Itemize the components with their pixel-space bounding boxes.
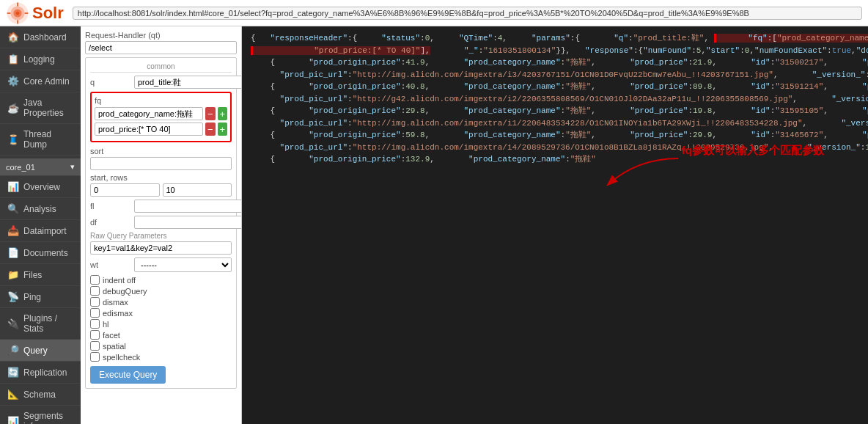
fq-delete-btn-2[interactable]: −	[205, 123, 216, 136]
sidebar-label-thread-dump: Thread Dump	[23, 129, 73, 150]
debugquery-row: debugQuery	[90, 286, 232, 296]
rows-input[interactable]	[163, 183, 232, 197]
json-line: "_version_":1608568796483158024},	[783, 70, 868, 79]
wt-select[interactable]: ------ json xml csv php	[134, 257, 232, 272]
q-row: q	[90, 76, 232, 89]
sidebar-label-query: Query	[23, 346, 48, 356]
fq-add-btn-1[interactable]: +	[218, 107, 228, 120]
edismax-checkbox[interactable]	[90, 308, 100, 318]
json-line: {	[251, 131, 275, 139]
query-panel: Request-Handler (qt) common q fq − + − +	[81, 26, 242, 424]
json-line: {	[251, 82, 275, 91]
ping-icon: 📡	[7, 291, 19, 302]
dismax-row: dismax	[90, 297, 232, 307]
json-line: "params":{	[512, 34, 580, 43]
indent-label: indent off	[103, 276, 136, 285]
json-line: "_":"1610351800134"}},	[435, 46, 570, 55]
df-input[interactable]	[134, 216, 242, 229]
sidebar-item-schema[interactable]: 📐 Schema	[0, 384, 81, 406]
sidebar-label-schema: Schema	[23, 390, 56, 400]
fl-input[interactable]	[134, 200, 242, 213]
q-input[interactable]	[134, 76, 242, 89]
sidebar-item-overview[interactable]: 📊 Overview	[0, 176, 81, 198]
sort-input[interactable]	[90, 157, 232, 170]
sidebar-item-ping[interactable]: 📡 Ping	[0, 286, 81, 308]
core-admin-icon: ⚙️	[7, 76, 19, 87]
sidebar-item-query[interactable]: 🔎 Query	[0, 340, 81, 362]
json-line: "prod_title":"【强烈推荐】新织围拖鞋女冬室内ins割可爱棉毛绒绒拖…	[833, 131, 868, 139]
sidebar-label-replication: Replication	[23, 368, 67, 378]
sidebar-item-java-properties[interactable]: ☕ Java Properties	[0, 92, 81, 124]
chevron-down-icon: ▾	[70, 162, 75, 172]
json-line: "id":"31500217",	[722, 58, 828, 67]
request-handler-input[interactable]	[85, 41, 237, 54]
topbar: Solr http://localhost:8081/solr/index.ht…	[0, 0, 868, 26]
debugquery-checkbox[interactable]	[90, 286, 100, 296]
plugins-icon: 🔌	[7, 318, 19, 329]
documents-icon: 📄	[7, 247, 19, 258]
edismax-row: edismax	[90, 308, 232, 318]
spellcheck-checkbox[interactable]	[90, 352, 100, 362]
common-section-label: common	[90, 62, 232, 73]
sidebar-item-replication[interactable]: 🔄 Replication	[0, 362, 81, 384]
sidebar-label-dataimport: Dataimport	[23, 226, 67, 236]
sidebar-item-files[interactable]: 📁 Files	[0, 264, 81, 286]
fq-input-2[interactable]	[95, 123, 203, 136]
facet-row: facet	[90, 330, 232, 340]
sidebar-label-logging: Logging	[23, 54, 55, 65]
fq-delete-btn-1[interactable]: −	[205, 107, 216, 120]
sidebar-label-ping: Ping	[23, 292, 41, 302]
json-fq-highlight-2: "prod_price:[* TO 40]"],	[251, 46, 430, 55]
fq-add-btn-2[interactable]: +	[218, 123, 228, 136]
json-line: "prod_category_name":"拖鞋",	[435, 131, 596, 139]
start-input[interactable]	[90, 183, 160, 197]
indent-checkbox[interactable]	[90, 275, 100, 285]
json-line: {	[251, 58, 275, 67]
facet-checkbox[interactable]	[90, 330, 100, 340]
core-selector[interactable]: core_01 ▾	[0, 158, 81, 176]
json-line: "prod_pic_url":"http://g42.alicdn.com/im…	[251, 95, 798, 103]
sidebar-label-java-properties: Java Properties	[23, 98, 73, 118]
sidebar-item-thread-dump[interactable]: 🧵 Thread Dump	[0, 124, 81, 156]
indent-row: indent off	[90, 275, 232, 285]
sidebar-item-dataimport[interactable]: 📥 Dataimport	[0, 220, 81, 242]
json-line: {	[251, 34, 256, 43]
raw-params-label: Raw Query Parameters	[90, 232, 232, 240]
start-rows-inputs	[90, 183, 232, 197]
fq-label: fq	[95, 96, 227, 105]
thread-dump-icon: 🧵	[7, 134, 19, 145]
json-line: "prod_title":"顺迪秋冬运动休闲女童鞋女童靴布鞋布靴加绒棉靴薄棉鞋"…	[833, 58, 868, 67]
spellcheck-label: spellcheck	[103, 353, 140, 362]
sidebar-item-plugins-stats[interactable]: 🔌 Plugins / Stats	[0, 308, 81, 340]
sidebar-label-documents: Documents	[23, 248, 68, 258]
json-line: "QTime":4,	[440, 34, 507, 43]
schema-icon: 📐	[7, 389, 19, 400]
sidebar-item-documents[interactable]: 📄 Documents	[0, 242, 81, 264]
json-line: "_version_":1608568794825369370},	[779, 143, 868, 152]
sidebar-item-dashboard[interactable]: 🏠 Dashboard	[0, 26, 81, 48]
df-row: df	[90, 216, 232, 229]
spatial-label: spatial	[103, 342, 126, 351]
start-rows-label: start, rows	[90, 173, 232, 182]
sidebar-label-analysis: Analysis	[23, 204, 56, 214]
sidebar-item-core-admin[interactable]: ⚙️ Core Admin	[0, 70, 81, 92]
spatial-row: spatial	[90, 341, 232, 351]
logo: Solr	[6, 1, 64, 25]
facet-label: facet	[103, 331, 120, 340]
json-line: "prod_category_name":"拖鞋",	[435, 58, 596, 67]
fq-input-1[interactable]	[95, 107, 203, 120]
raw-params-input[interactable]	[90, 241, 232, 255]
sidebar-item-logging[interactable]: 📋 Logging	[0, 48, 81, 70]
hl-checkbox[interactable]	[90, 319, 100, 329]
common-section: common q fq − + − + sort	[85, 57, 237, 389]
sidebar-label-files: Files	[23, 270, 42, 280]
execute-query-button[interactable]: Execute Query	[90, 366, 166, 384]
dismax-checkbox[interactable]	[90, 297, 100, 307]
q-label: q	[90, 78, 134, 87]
java-properties-icon: ☕	[7, 103, 19, 114]
spatial-checkbox[interactable]	[90, 341, 100, 351]
sidebar-item-segments-info[interactable]: 📊 Segments info	[0, 406, 81, 424]
spellcheck-row: spellcheck	[90, 352, 232, 362]
analysis-icon: 🔍	[7, 203, 19, 214]
sidebar-item-analysis[interactable]: 🔍 Analysis	[0, 198, 81, 220]
